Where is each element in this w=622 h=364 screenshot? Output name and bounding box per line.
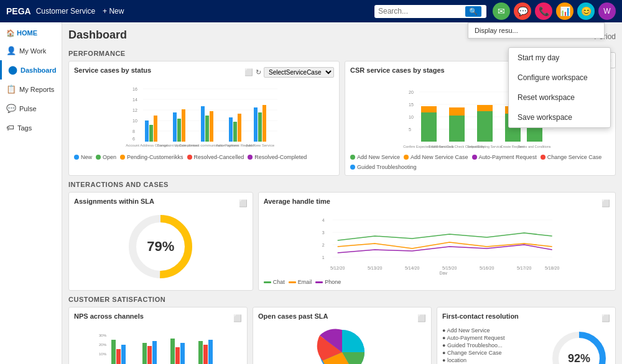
svg-rect-15 [177, 119, 181, 142]
svg-text:3: 3 [322, 230, 324, 235]
legend-pending: Pending-Customerikks [120, 154, 183, 160]
svg-text:2: 2 [322, 243, 324, 247]
aht-header: Average handle time ⬜ [264, 198, 610, 209]
open-cases-header: Open cases past SLA ⬜ [258, 312, 426, 324]
myreports-icon: 📋 [6, 84, 16, 94]
search-input[interactable] [378, 7, 465, 16]
svg-rect-11 [145, 121, 149, 142]
sidebar-item-myreports[interactable]: 📋 My Reports [0, 80, 62, 99]
svg-text:10%: 10% [99, 352, 107, 356]
svg-rect-41 [449, 116, 465, 142]
search-button[interactable]: 🔍 [465, 6, 481, 17]
sidebar-item-mywork[interactable]: 👤 My Work [0, 41, 62, 60]
sidebar-tags-label: Tags [17, 124, 32, 132]
legend-change-service: Change Service Case [541, 154, 602, 160]
phone-icon[interactable]: 📞 [535, 2, 552, 20]
svg-text:Day: Day [439, 271, 447, 275]
svg-rect-23 [254, 107, 258, 142]
user-icon[interactable]: W [598, 2, 616, 20]
legend-resolved-completed: Resolved-Completed [248, 154, 307, 160]
mail-icon[interactable]: ✉ [493, 2, 510, 20]
nps-chart: 30% 20% 10% [74, 327, 242, 364]
dropdown-menu: Start my day Configure workspace Reset w… [508, 47, 611, 128]
service-case-select[interactable]: SelectServiceCase [264, 67, 334, 78]
reset-workspace-item[interactable]: Reset workspace [509, 88, 610, 107]
svg-rect-86 [208, 340, 213, 364]
svg-rect-16 [182, 109, 185, 142]
open-cases-expand-icon[interactable]: ⬜ [417, 314, 426, 322]
bar-icon[interactable]: 📊 [556, 2, 573, 20]
pega-logo: PEGA [6, 6, 31, 16]
svg-text:10: 10 [409, 115, 414, 119]
svg-rect-77 [121, 345, 126, 364]
sidebar-item-pulse[interactable]: 💬 Pulse [0, 99, 62, 118]
page-title: Dashboard [68, 29, 127, 42]
svg-text:5/17/20: 5/17/20 [517, 266, 531, 270]
chat-icon[interactable]: 💬 [514, 2, 531, 20]
save-workspace-item[interactable]: Save workspace [509, 107, 610, 127]
display-results-label: Display resu... [475, 27, 518, 34]
open-cases-pie-chart [314, 324, 370, 364]
tags-icon: 🏷 [6, 123, 14, 132]
sla-percent: 79% [147, 239, 174, 255]
nps-expand-icon[interactable]: ⬜ [233, 314, 242, 322]
sla-header: Assignments within SLA ⬜ [74, 198, 248, 209]
service-cases-status-card: Service cases by status ⬜ ↻ SelectServic… [68, 61, 340, 176]
start-my-day-item[interactable]: Start my day [509, 48, 610, 68]
sidebar-item-dashboard[interactable]: ⬤ Dashboard [0, 60, 62, 80]
sidebar-myreports-label: My Reports [19, 86, 54, 93]
sidebar-pulse-label: Pulse [19, 105, 37, 112]
svg-text:Add New Service: Add New Service [246, 143, 275, 147]
svg-text:30%: 30% [99, 334, 107, 337]
svg-text:5/15/20: 5/15/20 [442, 266, 457, 270]
svg-text:Terms and Conditions: Terms and Conditions [518, 145, 550, 148]
sla-expand-icon[interactable]: ⬜ [239, 199, 248, 207]
svg-text:6: 6 [132, 137, 135, 141]
legend-auto-payment: Auto-Payment Request [472, 154, 537, 160]
svg-rect-42 [449, 107, 465, 116]
sla-title: Assignments within SLA [74, 198, 154, 205]
svg-text:5/13/20: 5/13/20 [368, 266, 382, 270]
svg-rect-40 [421, 106, 437, 112]
aht-chart: 4 3 2 1 5 [264, 212, 610, 275]
sidebar-item-tags[interactable]: 🏷 Tags [0, 118, 62, 137]
svg-rect-20 [229, 117, 233, 142]
layout: 🏠 HOME 👤 My Work ⬤ Dashboard 📋 My Report… [0, 22, 622, 364]
aht-title: Average handle time [264, 198, 330, 205]
legend-new: New [74, 154, 92, 160]
refresh-icon[interactable]: ↻ [256, 68, 261, 76]
configure-workspace-item[interactable]: Configure workspace [509, 68, 610, 88]
svg-rect-79 [147, 346, 152, 364]
new-button[interactable]: + New [103, 7, 124, 16]
svg-rect-21 [233, 122, 237, 142]
status-legend: New Open Pending-Customerikks Resolved-C… [74, 154, 334, 160]
svg-text:1: 1 [322, 255, 324, 260]
face-icon[interactable]: 😊 [577, 2, 595, 20]
svg-rect-12 [149, 125, 153, 142]
fcr-legend: ● Add New Service ● Auto-Payment Request… [442, 327, 543, 364]
svg-text:5: 5 [409, 127, 411, 132]
fcr-expand-icon[interactable]: ⬜ [601, 314, 610, 322]
svg-text:12: 12 [132, 108, 137, 112]
display-results-bar: Display resu... [468, 22, 605, 39]
svg-rect-39 [421, 112, 437, 142]
fcr-content: ● Add New Service ● Auto-Payment Request… [442, 327, 610, 364]
legend-open: Open [96, 154, 116, 160]
svg-text:20%: 20% [99, 343, 107, 347]
svg-rect-18 [205, 116, 209, 142]
svg-rect-78 [142, 343, 147, 364]
legend-phone: Phone [315, 279, 341, 285]
legend-chat: Chat [264, 279, 285, 285]
svg-rect-14 [173, 112, 177, 142]
satisfaction-section: CUSTOMER SATISFACTION NPS across channel… [68, 296, 616, 364]
pulse-icon: 💬 [6, 104, 16, 113]
svg-text:Select Existing Service: Select Existing Service [467, 145, 502, 148]
sla-card: Assignments within SLA ⬜ 79% [68, 192, 253, 291]
svg-text:20: 20 [409, 90, 414, 94]
sidebar-home[interactable]: 🏠 HOME [0, 25, 62, 41]
mywork-icon: 👤 [6, 46, 16, 55]
aht-expand-icon[interactable]: ⬜ [601, 199, 610, 207]
svg-rect-22 [238, 114, 241, 142]
aht-card: Average handle time ⬜ 4 3 2 1 [258, 192, 616, 291]
maximize-icon[interactable]: ⬜ [244, 68, 253, 76]
